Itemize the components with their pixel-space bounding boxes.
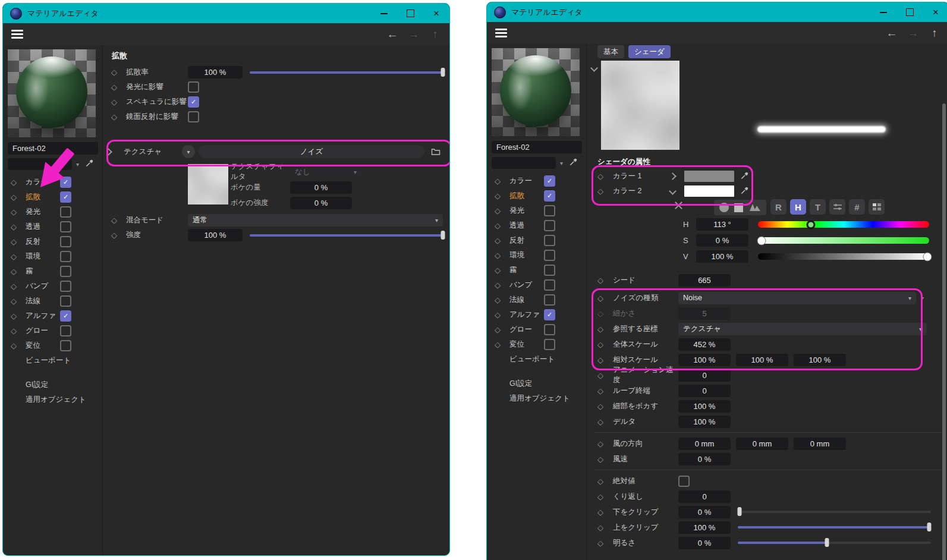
sidebar-item-reflection[interactable]: ◇反射✓ <box>487 233 586 248</box>
channel-checkbox[interactable]: ✓ <box>60 206 71 218</box>
close-button[interactable]: × <box>923 2 947 22</box>
diffusion-rate-slider[interactable] <box>250 68 443 77</box>
sidebar-item-reflection[interactable]: ◇反射✓ <box>3 234 102 249</box>
seed-input[interactable]: 665 <box>678 274 731 287</box>
relative-scale-z-input[interactable]: 100 % <box>794 354 846 366</box>
channel-checkbox[interactable]: ✓ <box>60 295 71 307</box>
channel-checkbox[interactable]: ✓ <box>60 221 71 232</box>
channel-checkbox[interactable]: ✓ <box>544 279 555 291</box>
affect-reflection-checkbox[interactable]: ✓ <box>188 111 199 122</box>
sphere-shape-icon[interactable] <box>719 203 729 212</box>
maximize-button[interactable] <box>896 2 923 22</box>
channel-checkbox[interactable]: ✓ <box>544 294 555 306</box>
texture-thumbnail[interactable] <box>188 164 228 205</box>
swatches-mode-button[interactable] <box>869 199 885 215</box>
strength-input[interactable]: 100 % <box>188 229 243 241</box>
channel-checkbox[interactable]: ✓ <box>544 265 555 276</box>
clip-high-input[interactable]: 100 % <box>678 521 731 534</box>
cycles-input[interactable]: 0 <box>678 490 731 503</box>
dropdown-arrow-icon[interactable]: ▾ <box>560 160 563 166</box>
menu-icon[interactable] <box>11 33 23 35</box>
channel-checkbox[interactable]: ✓ <box>60 310 71 322</box>
square-shape-icon[interactable] <box>734 203 743 212</box>
channel-checkbox[interactable]: ✓ <box>60 266 71 277</box>
sidebar-item-gi-settings[interactable]: GI設定 <box>3 377 102 392</box>
sidebar-item-glow[interactable]: ◇グロー✓ <box>3 323 102 338</box>
channel-checkbox[interactable]: ✓ <box>544 324 555 335</box>
material-name-input[interactable]: Forest-02 <box>492 141 582 153</box>
brightness-slider[interactable] <box>738 538 931 548</box>
clip-low-slider[interactable] <box>738 507 931 517</box>
menu-icon[interactable] <box>495 32 507 34</box>
wind-y-input[interactable]: 0 mm <box>736 438 788 450</box>
blur-amount-input[interactable]: 0 % <box>290 181 352 194</box>
channel-checkbox[interactable]: ✓ <box>60 281 71 292</box>
sidebar-item-color[interactable]: ◇カラー✓ <box>3 175 102 190</box>
preset-arrow-icon[interactable]: ▾ <box>921 295 924 301</box>
texture-filter-dropdown[interactable]: なし▾ <box>290 166 361 178</box>
color1-swatch[interactable] <box>684 171 734 182</box>
material-preview[interactable] <box>492 48 580 136</box>
wind-speed-input[interactable]: 0 % <box>678 453 731 465</box>
texture-shader-button[interactable]: ノイズ <box>199 145 424 158</box>
nav-up-button[interactable]: ↑ <box>929 27 940 40</box>
folder-icon[interactable] <box>429 147 442 156</box>
texture-dropdown-button[interactable]: ▾ <box>182 145 195 158</box>
sidebar-item-viewport[interactable]: ビューポート <box>3 353 102 368</box>
sidebar-item-fog[interactable]: ◇霧✓ <box>487 263 586 278</box>
rgb-mode-button[interactable]: R <box>770 199 786 215</box>
channel-checkbox[interactable]: ✓ <box>544 175 555 187</box>
clip-low-input[interactable]: 0 % <box>678 506 731 518</box>
channel-checkbox[interactable]: ✓ <box>544 339 555 350</box>
channel-checkbox[interactable]: ✓ <box>60 325 71 336</box>
brightness-input[interactable]: 0 % <box>678 537 731 549</box>
sidebar-item-alpha[interactable]: ◇アルファ✓ <box>487 307 586 322</box>
space-dropdown[interactable]: テクスチャ▾ <box>678 323 927 335</box>
saturation-input[interactable]: 0 % <box>696 234 748 247</box>
channel-checkbox[interactable]: ✓ <box>60 191 71 203</box>
global-scale-input[interactable]: 452 % <box>678 338 731 351</box>
sidebar-item-assignment[interactable]: 適用オブジェクト <box>3 392 102 407</box>
titlebar[interactable]: マテリアルエディタ × <box>487 2 947 22</box>
saturation-slider[interactable] <box>758 237 929 244</box>
expand-chevron-icon[interactable] <box>670 174 684 179</box>
sidebar-item-assignment[interactable]: 適用オブジェクト <box>487 391 586 406</box>
mountain-shape-icon[interactable] <box>749 203 761 213</box>
titlebar[interactable]: マテリアルエディタ × <box>3 4 449 23</box>
sidebar-item-normal[interactable]: ◇法線✓ <box>487 292 586 307</box>
eyedropper-icon[interactable] <box>569 158 578 168</box>
sidebar-item-color[interactable]: ◇カラー✓ <box>487 174 586 188</box>
sidebar-item-bump[interactable]: ◇バンプ✓ <box>487 278 586 292</box>
nav-back-button[interactable]: ← <box>886 27 898 40</box>
affect-luminance-checkbox[interactable]: ✓ <box>188 81 199 93</box>
nav-forward-button[interactable]: → <box>907 27 919 40</box>
channel-checkbox[interactable]: ✓ <box>544 235 555 246</box>
diffusion-rate-input[interactable]: 100 % <box>188 66 243 78</box>
tab-shader[interactable]: シェーダ <box>628 45 671 58</box>
nav-up-button[interactable]: ↑ <box>429 28 441 41</box>
hue-input[interactable]: 113 ° <box>696 218 748 231</box>
mixer-mode-button[interactable] <box>829 199 845 215</box>
absolute-checkbox[interactable]: ✓ <box>678 476 690 487</box>
maximize-button[interactable] <box>397 4 423 23</box>
close-button[interactable]: × <box>423 4 449 23</box>
clip-high-slider[interactable] <box>738 523 931 532</box>
shader-preview[interactable] <box>601 61 679 150</box>
nav-forward-button[interactable]: → <box>408 28 420 41</box>
tab-basic[interactable]: 基本 <box>597 45 624 58</box>
channel-checkbox[interactable]: ✓ <box>544 250 555 261</box>
sidebar-item-diffusion[interactable]: ◇拡散✓ <box>487 188 586 203</box>
sidebar-item-normal[interactable]: ◇法線✓ <box>3 294 102 309</box>
layer-dropdown[interactable] <box>8 158 72 170</box>
material-preview[interactable] <box>8 49 96 137</box>
hue-slider[interactable] <box>758 221 929 228</box>
strength-slider[interactable] <box>250 231 443 240</box>
minimize-button[interactable] <box>870 2 896 22</box>
minimize-button[interactable] <box>371 4 397 23</box>
sidebar-item-displacement[interactable]: ◇変位✓ <box>487 337 586 352</box>
sidebar-item-transparency[interactable]: ◇透過✓ <box>3 219 102 234</box>
channel-checkbox[interactable]: ✓ <box>60 251 71 262</box>
value-slider[interactable] <box>758 253 929 260</box>
channel-checkbox[interactable]: ✓ <box>60 340 71 351</box>
collapse-all-icon[interactable] <box>676 200 681 211</box>
